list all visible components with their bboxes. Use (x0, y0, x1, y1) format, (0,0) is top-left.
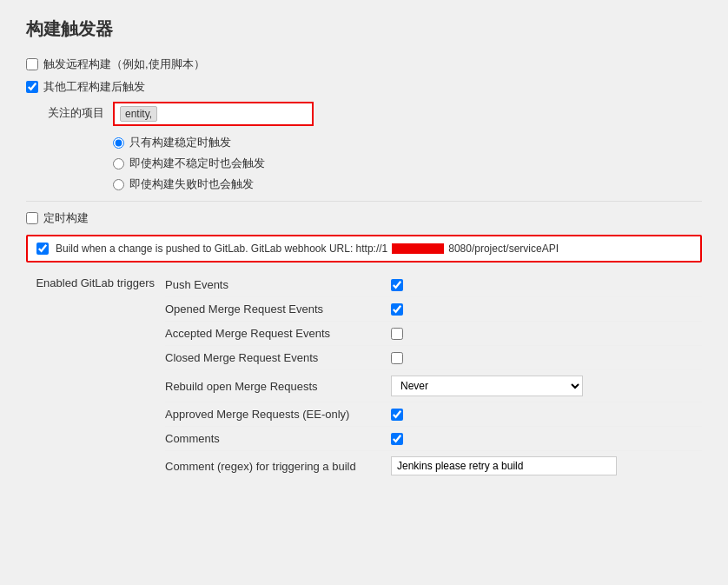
page-container: 构建触发器 触发远程构建（例如,使用脚本） 其他工程构建后触发 关注的项目 en… (0, 0, 728, 585)
trigger-remote-checkbox[interactable] (26, 58, 38, 70)
divider-1 (26, 201, 702, 202)
radio-unstable-label: 即使构建不稳定时也会触发 (129, 156, 265, 171)
radio-unstable-input[interactable] (113, 158, 124, 170)
trigger-comment-regex-input[interactable] (391, 456, 617, 475)
trigger-push-events: Push Events (165, 273, 702, 297)
trigger-accepted-mr-checkbox[interactable] (391, 328, 403, 340)
trigger-closed-mr-control (391, 352, 403, 364)
trigger-comments: Comments (165, 427, 702, 451)
trigger-closed-mr-checkbox[interactable] (391, 352, 403, 364)
webhook-row: Build when a change is pushed to GitLab.… (26, 235, 702, 263)
radio-stable: 只有构建稳定时触发 (113, 135, 702, 150)
watch-projects-input[interactable]: entity, (113, 102, 314, 126)
scheduled-section: 定时构建 (26, 210, 702, 226)
radio-group: 只有构建稳定时触发 即使构建不稳定时也会触发 即使构建失败时也会触发 (113, 135, 702, 192)
trigger-comment-regex-control (391, 456, 617, 475)
trigger-accepted-mr: Accepted Merge Request Events (165, 322, 702, 346)
radio-failed-label: 即使构建失败时也会触发 (129, 176, 254, 192)
trigger-approved-mr-control (391, 409, 403, 421)
radio-unstable: 即使构建不稳定时也会触发 (113, 156, 702, 171)
watch-projects-label: 关注的项目 (26, 102, 104, 121)
trigger-push-events-label: Push Events (165, 278, 391, 291)
token-text-input[interactable] (161, 108, 307, 121)
triggers-grid: Push Events Opened Merge Request Events … (165, 273, 702, 481)
trigger-rebuild-mr: Rebuild open Merge Requests Never On pus… (165, 370, 702, 402)
trigger-rebuild-mr-label: Rebuild open Merge Requests (165, 380, 391, 393)
trigger-after-other-label: 其他工程构建后触发 (43, 79, 145, 95)
trigger-approved-mr: Approved Merge Requests (EE-only) (165, 402, 702, 427)
webhook-text-before: Build when a change is pushed to GitLab.… (56, 243, 387, 255)
trigger-rebuild-mr-control: Never On push to source branch On push t… (391, 376, 583, 396)
page-title: 构建触发器 (26, 17, 702, 41)
trigger-accepted-mr-control (391, 328, 403, 340)
trigger-accepted-mr-label: Accepted Merge Request Events (165, 327, 391, 340)
radio-failed-input[interactable] (113, 179, 124, 190)
triggers-section: Enabled GitLab triggers Push Events Open… (26, 273, 702, 481)
trigger-comments-checkbox[interactable] (391, 433, 403, 445)
watch-projects-row: 关注的项目 entity, (26, 102, 702, 126)
trigger-comments-control (391, 433, 403, 445)
trigger-closed-mr: Closed Merge Request Events (165, 346, 702, 370)
trigger-after-other-section: 其他工程构建后触发 (26, 79, 702, 95)
trigger-remote-label: 触发远程构建（例如,使用脚本） (43, 57, 205, 72)
trigger-rebuild-mr-select[interactable]: Never On push to source branch On push t… (391, 376, 583, 396)
radio-stable-input[interactable] (113, 137, 124, 149)
scheduled-label: 定时构建 (43, 210, 89, 226)
trigger-opened-mr-checkbox[interactable] (391, 303, 403, 316)
webhook-text-after: 8080/project/serviceAPI (448, 243, 559, 255)
trigger-remote-section: 触发远程构建（例如,使用脚本） (26, 57, 702, 72)
trigger-comment-regex: Comment (regex) for triggering a build (165, 451, 702, 481)
triggers-label: Enabled GitLab triggers (26, 273, 165, 289)
scheduled-checkbox[interactable] (26, 212, 38, 224)
trigger-opened-mr-label: Opened Merge Request Events (165, 302, 391, 316)
webhook-checkbox[interactable] (36, 243, 49, 255)
trigger-comments-label: Comments (165, 432, 391, 445)
trigger-opened-mr: Opened Merge Request Events (165, 297, 702, 322)
trigger-opened-mr-control (391, 303, 403, 316)
trigger-approved-mr-label: Approved Merge Requests (EE-only) (165, 408, 391, 421)
trigger-approved-mr-checkbox[interactable] (391, 409, 403, 421)
trigger-comment-regex-label: Comment (regex) for triggering a build (165, 460, 391, 473)
entity-token: entity, (120, 106, 157, 122)
webhook-redacted (392, 243, 444, 254)
trigger-after-other-checkbox[interactable] (26, 81, 38, 93)
trigger-push-events-checkbox[interactable] (391, 279, 403, 291)
trigger-closed-mr-label: Closed Merge Request Events (165, 351, 391, 364)
radio-stable-label: 只有构建稳定时触发 (129, 135, 231, 150)
trigger-push-events-control (391, 279, 403, 291)
radio-failed: 即使构建失败时也会触发 (113, 176, 702, 192)
